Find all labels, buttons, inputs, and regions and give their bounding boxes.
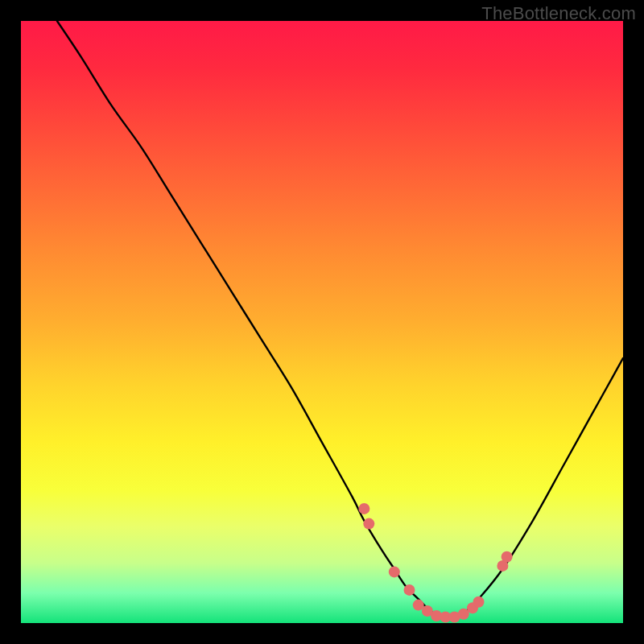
highlight-dot [502, 551, 513, 563]
highlight-dots [358, 503, 512, 623]
bottleneck-curve [57, 21, 623, 617]
highlight-dot [473, 597, 485, 608]
curve-svg [21, 21, 623, 623]
highlight-dot [363, 518, 374, 530]
highlight-dot [358, 503, 369, 514]
highlight-dot [389, 566, 400, 577]
watermark-text: TheBottleneck.com [481, 3, 636, 24]
chart-frame: TheBottleneck.com [0, 0, 644, 644]
plot-area [21, 21, 623, 623]
highlight-dot [404, 584, 415, 596]
